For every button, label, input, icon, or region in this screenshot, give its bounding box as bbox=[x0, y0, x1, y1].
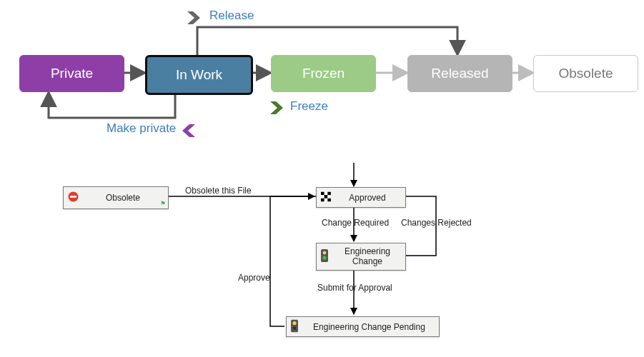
svg-rect-12 bbox=[327, 191, 331, 195]
node-obsolete[interactable]: Obsolete ⚑ bbox=[63, 186, 169, 209]
svg-rect-13 bbox=[325, 195, 328, 198]
svg-point-18 bbox=[322, 256, 326, 259]
edge-changes-rejected: Changes Rejected bbox=[401, 218, 472, 228]
node-label: Obsolete bbox=[106, 193, 140, 203]
state-frozen[interactable]: Frozen bbox=[271, 55, 376, 92]
traffic-light-yellow-icon bbox=[291, 319, 298, 334]
state-label: Private bbox=[51, 66, 93, 81]
svg-rect-14 bbox=[321, 198, 325, 201]
edge-change-required: Change Required bbox=[322, 218, 389, 228]
edge-approve: Approve bbox=[238, 273, 270, 283]
release-chevron-icon bbox=[187, 10, 204, 26]
state-released[interactable]: Released bbox=[407, 55, 512, 92]
node-engineering-change-pending[interactable]: Engineering Change Pending bbox=[286, 316, 440, 337]
traffic-light-green-icon bbox=[321, 249, 328, 265]
make-private-chevron-icon bbox=[179, 123, 197, 139]
state-in-work[interactable]: In Work bbox=[145, 55, 253, 95]
flag-icon: ⚑ bbox=[160, 200, 166, 207]
svg-point-17 bbox=[323, 251, 327, 254]
checkered-flag-icon bbox=[321, 191, 331, 203]
release-action-label: Release bbox=[209, 9, 254, 23]
make-private-action-label: Make private bbox=[106, 121, 176, 136]
svg-rect-15 bbox=[327, 198, 331, 201]
edge-submit-for-approval: Submit for Approval bbox=[317, 283, 392, 293]
state-label: Obsolete bbox=[558, 66, 613, 81]
state-label: Released bbox=[431, 66, 488, 81]
stop-icon bbox=[68, 191, 79, 204]
diagram-canvas: Private In Work Frozen Released Obsolete… bbox=[0, 0, 644, 357]
state-label: Frozen bbox=[302, 66, 345, 81]
svg-point-20 bbox=[292, 321, 296, 324]
svg-rect-9 bbox=[70, 196, 76, 198]
node-approved[interactable]: Approved bbox=[316, 187, 406, 208]
state-private[interactable]: Private bbox=[19, 55, 124, 92]
svg-rect-11 bbox=[321, 191, 325, 195]
edge-obsolete-this-file: Obsolete this File bbox=[185, 186, 252, 196]
lower-arrows-layer bbox=[0, 0, 644, 357]
node-engineering-change[interactable]: Engineering Change bbox=[316, 243, 406, 271]
freeze-chevron-icon bbox=[270, 100, 287, 116]
freeze-action-label: Freeze bbox=[290, 99, 328, 114]
state-label: In Work bbox=[176, 67, 222, 83]
node-label: Approved bbox=[349, 193, 385, 203]
node-label: Engineering Change Pending bbox=[313, 322, 425, 332]
svg-point-21 bbox=[293, 326, 297, 330]
state-obsolete[interactable]: Obsolete bbox=[533, 55, 638, 92]
node-label: Engineering Change bbox=[345, 247, 390, 267]
